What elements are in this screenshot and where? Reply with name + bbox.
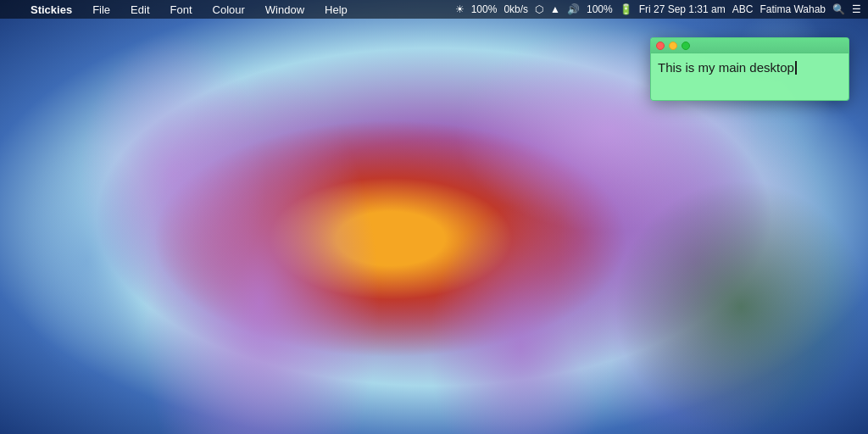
user-name[interactable]: Fatima Wahab — [760, 3, 826, 15]
maximize-button[interactable] — [682, 42, 690, 50]
app-name[interactable]: Stickies — [27, 2, 75, 18]
menubar-right: ☀ 100% 0kb/s ⬡ ▲ 🔊 100% 🔋 Fri 27 Sep 1:3… — [455, 3, 861, 15]
wifi-icon[interactable]: ▲ — [550, 3, 560, 15]
volume-icon[interactable]: 🔊 — [567, 3, 580, 15]
notification-icon[interactable]: ☰ — [852, 3, 861, 15]
close-button[interactable] — [656, 42, 665, 50]
search-icon[interactable]: 🔍 — [832, 3, 845, 15]
sticky-note: This is my main desktop — [650, 37, 849, 101]
menubar-left: Stickies File Edit Font Colour Window He… — [7, 2, 351, 18]
sticky-titlebar — [651, 38, 849, 53]
bluetooth-icon[interactable]: ⬡ — [535, 3, 543, 15]
menu-file[interactable]: File — [89, 2, 114, 18]
menubar: Stickies File Edit Font Colour Window He… — [0, 0, 868, 19]
network-up: 0kb/s — [504, 3, 528, 15]
green-background — [614, 180, 868, 434]
sticky-content[interactable]: This is my main desktop — [651, 53, 849, 100]
brightness-icon[interactable]: ☀ — [455, 3, 465, 15]
menu-window[interactable]: Window — [262, 2, 308, 18]
keyboard-layout[interactable]: ABC — [732, 3, 754, 15]
battery-icon[interactable]: 🔋 — [620, 3, 632, 15]
menu-colour[interactable]: Colour — [209, 2, 248, 18]
menu-edit[interactable]: Edit — [127, 2, 153, 18]
datetime[interactable]: Fri 27 Sep 1:31 am — [639, 3, 726, 15]
sticky-text: This is my main desktop — [658, 60, 794, 75]
menu-help[interactable]: Help — [321, 2, 351, 18]
apple-menu[interactable] — [7, 8, 14, 11]
brightness-value: 100% — [471, 3, 498, 15]
battery-value: 100% — [587, 3, 613, 15]
menu-font[interactable]: Font — [167, 2, 196, 18]
minimize-button[interactable] — [669, 42, 677, 50]
text-cursor — [795, 61, 797, 75]
